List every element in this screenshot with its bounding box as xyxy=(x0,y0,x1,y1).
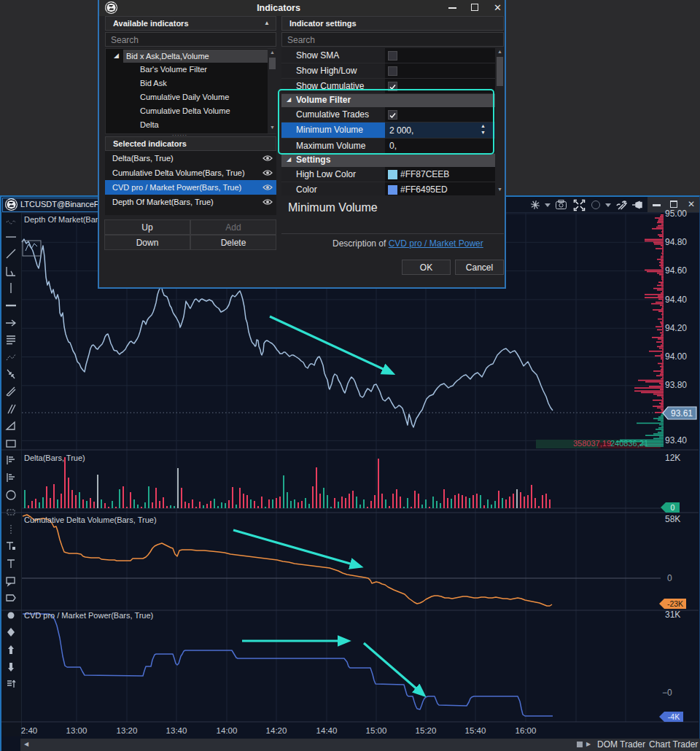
svg-text:93.61: 93.61 xyxy=(671,408,693,419)
svg-text:358037,19: 358037,19 xyxy=(573,439,611,448)
svg-text:240836,21: 240836,21 xyxy=(610,439,648,448)
